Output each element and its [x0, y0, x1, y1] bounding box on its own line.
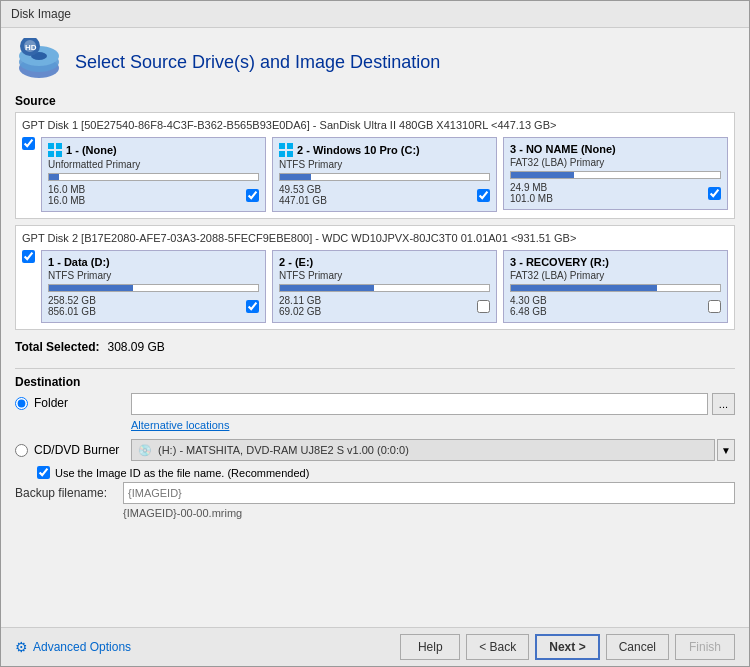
disk1-header: GPT Disk 1 [50E27540-86F8-4C3F-B362-B565… — [22, 119, 728, 131]
disk1-p3-checkbox[interactable] — [708, 187, 721, 200]
svg-rect-11 — [279, 143, 285, 149]
disk1-p1-checkbox[interactable] — [246, 189, 259, 202]
disk2-p2-type: NTFS Primary — [279, 270, 490, 281]
disk1-p3-type: FAT32 (LBA) Primary — [510, 157, 721, 168]
disk-image-icon: HD — [15, 38, 63, 86]
disk1-p3-fill — [511, 172, 574, 178]
disk1-p3-name: 3 - NO NAME (None) — [510, 143, 721, 155]
disk2-p3-bar — [510, 284, 721, 292]
cd-option-label: CD/DVD Burner — [34, 443, 119, 457]
disk2-row: 1 - Data (D:) NTFS Primary 258.52 GB 856… — [22, 250, 728, 323]
finish-button[interactable]: Finish — [675, 634, 735, 660]
disk1-checkbox[interactable] — [22, 137, 35, 150]
title-bar: Disk Image — [1, 1, 749, 28]
disk2-p1-bar — [48, 284, 259, 292]
disk2-p2-name: 2 - (E:) — [279, 256, 490, 268]
disk1-p1-name: 1 - (None) — [48, 143, 259, 157]
disk2-header: GPT Disk 2 [B17E2080-AFE7-03A3-2088-5FEC… — [22, 232, 728, 244]
window-title: Disk Image — [11, 7, 71, 21]
folder-option-label: Folder — [34, 396, 68, 410]
help-button[interactable]: Help — [400, 634, 460, 660]
disk1-p2-checkbox[interactable] — [477, 189, 490, 202]
button-group: Help < Back Next > Cancel Finish — [400, 634, 735, 660]
alt-locations-link[interactable]: Alternative locations — [131, 419, 229, 431]
disk1-p1-type: Unformatted Primary — [48, 159, 259, 170]
cd-radio[interactable] — [15, 444, 28, 457]
main-window: Disk Image HD Select Source Drive(s) and… — [0, 0, 750, 667]
total-selected: Total Selected: 308.09 GB — [15, 340, 735, 354]
advanced-options-icon: ⚙ — [15, 639, 28, 655]
disk2-p1-type: NTFS Primary — [48, 270, 259, 281]
windows-icon-p2 — [279, 143, 293, 157]
destination-section: Destination Folder ... Alternative locat… — [15, 375, 735, 519]
filename-row: Backup filename: — [15, 482, 735, 504]
disk1-p1-fill — [49, 174, 59, 180]
disk2-p2-fill — [280, 285, 374, 291]
disk2-partition-3: 3 - RECOVERY (R:) FAT32 (LBA) Primary 4.… — [503, 250, 728, 323]
advanced-options-link[interactable]: ⚙ Advanced Options — [15, 639, 131, 655]
svg-rect-8 — [56, 143, 62, 149]
disk2-p3-name: 3 - RECOVERY (R:) — [510, 256, 721, 268]
disk2-p2-checkbox[interactable] — [477, 300, 490, 313]
disk2-partition-1: 1 - Data (D:) NTFS Primary 258.52 GB 856… — [41, 250, 266, 323]
disk2-p3-sizes: 4.30 GB 6.48 GB — [510, 295, 721, 317]
use-image-id-checkbox[interactable] — [37, 466, 50, 479]
disk2-checkbox[interactable] — [22, 250, 35, 263]
disk2-p2-bar — [279, 284, 490, 292]
advanced-options-label: Advanced Options — [33, 640, 131, 654]
cd-dropdown-arrow[interactable]: ▼ — [717, 439, 735, 461]
svg-rect-14 — [287, 151, 293, 157]
source-label: Source — [15, 94, 735, 108]
divider — [15, 368, 735, 369]
cancel-button[interactable]: Cancel — [606, 634, 669, 660]
disk1-p2-name: 2 - Windows 10 Pro (C:) — [279, 143, 490, 157]
disk1-row: 1 - (None) Unformatted Primary 16.0 MB 1… — [22, 137, 728, 212]
cd-select[interactable]: 💿 (H:) - MATSHITA, DVD-RAM UJ8E2 S v1.00… — [131, 439, 715, 461]
disk1-partition-1: 1 - (None) Unformatted Primary 16.0 MB 1… — [41, 137, 266, 212]
filename-label: Backup filename: — [15, 486, 115, 500]
total-label: Total Selected: — [15, 340, 99, 354]
disk1-p3-sizes: 24.9 MB 101.0 MB — [510, 182, 721, 204]
disk2-p3-type: FAT32 (LBA) Primary — [510, 270, 721, 281]
disk1-partition-2: 2 - Windows 10 Pro (C:) NTFS Primary 49.… — [272, 137, 497, 212]
disk2-p1-checkbox[interactable] — [246, 300, 259, 313]
svg-text:HD: HD — [25, 43, 37, 52]
folder-row: ... — [131, 393, 735, 415]
folder-input[interactable] — [131, 393, 708, 415]
disk2-p1-fill — [49, 285, 133, 291]
filename-hint: {IMAGEID}-00-00.mrimg — [123, 507, 735, 519]
page-header: HD Select Source Drive(s) and Image Dest… — [15, 38, 735, 86]
disk1-p1-sizes: 16.0 MB 16.0 MB — [48, 184, 259, 206]
svg-rect-13 — [279, 151, 285, 157]
use-image-id-label: Use the Image ID as the file name. (Reco… — [55, 467, 309, 479]
disk1-p3-bar — [510, 171, 721, 179]
filename-input[interactable] — [123, 482, 735, 504]
svg-rect-12 — [287, 143, 293, 149]
page-title: Select Source Drive(s) and Image Destina… — [75, 52, 440, 73]
disk2-p2-sizes: 28.11 GB 69.02 GB — [279, 295, 490, 317]
svg-rect-7 — [48, 143, 54, 149]
back-button[interactable]: < Back — [466, 634, 529, 660]
svg-rect-9 — [48, 151, 54, 157]
disk1-box: GPT Disk 1 [50E27540-86F8-4C3F-B362-B565… — [15, 112, 735, 219]
disk1-p2-sizes: 49.53 GB 447.01 GB — [279, 184, 490, 206]
folder-radio[interactable] — [15, 397, 28, 410]
disk2-p1-name: 1 - Data (D:) — [48, 256, 259, 268]
disk2-p1-sizes: 258.52 GB 856.01 GB — [48, 295, 259, 317]
disk1-p2-bar — [279, 173, 490, 181]
destination-label: Destination — [15, 375, 735, 389]
disk2-p3-fill — [511, 285, 657, 291]
disk1-p2-fill — [280, 174, 311, 180]
disk1-p2-type: NTFS Primary — [279, 159, 490, 170]
next-button[interactable]: Next > — [535, 634, 599, 660]
disk1-p1-bar — [48, 173, 259, 181]
disk2-partition-2: 2 - (E:) NTFS Primary 28.11 GB 69.02 GB — [272, 250, 497, 323]
browse-button[interactable]: ... — [712, 393, 735, 415]
windows-icon-p1 — [48, 143, 62, 157]
bottom-bar: ⚙ Advanced Options Help < Back Next > Ca… — [1, 627, 749, 666]
disk2-p3-checkbox[interactable] — [708, 300, 721, 313]
disk1-partition-3: 3 - NO NAME (None) FAT32 (LBA) Primary 2… — [503, 137, 728, 210]
disk2-box: GPT Disk 2 [B17E2080-AFE7-03A3-2088-5FEC… — [15, 225, 735, 330]
total-value: 308.09 GB — [107, 340, 164, 354]
svg-rect-10 — [56, 151, 62, 157]
